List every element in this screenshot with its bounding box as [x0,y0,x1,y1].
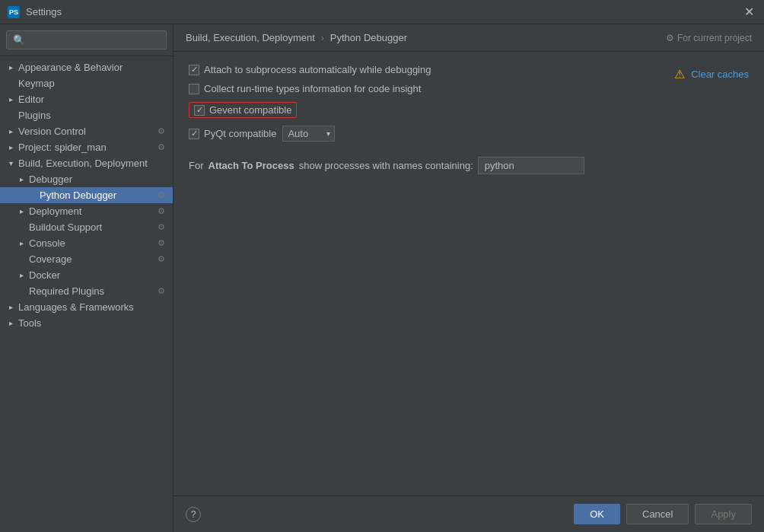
attach-subprocess-check [189,65,199,75]
attach-bold: Attach To Process [209,160,294,171]
pyqt-row: PyQt compatible Auto PyQt4 PyQt5 [189,126,749,142]
clear-caches-section: ⚠ Clear caches [674,67,749,81]
collect-runtime-check [189,84,199,94]
attach-subprocess-label: Attach to subprocess automatically while… [204,64,431,75]
apply-button[interactable]: Apply [695,504,752,524]
sidebar-item-label: Plugins [18,110,167,121]
sidebar-item-label: Coverage [29,253,153,265]
settings-icon: ⚙ [156,206,167,217]
ok-button[interactable]: OK [574,504,620,524]
settings-icon: ⚙ [156,286,167,297]
sidebar-item-label: Tools [18,317,167,329]
sidebar-item-label: Editor [18,94,167,105]
settings-icon: ⚙ [156,222,167,233]
sidebar-item-label: Console [29,237,153,249]
clear-caches-button[interactable]: Clear caches [691,68,749,80]
sidebar-item-python-debugger[interactable]: Python Debugger⚙ [0,187,173,203]
nav-arrow-icon [17,207,26,216]
cancel-button[interactable]: Cancel [626,504,689,524]
collect-runtime-checkbox[interactable]: Collect run-time types information for c… [189,83,421,94]
sidebar-item-version-control[interactable]: Version Control⚙ [0,123,173,139]
nav-arrow-icon [6,319,15,328]
content-area: Build, Execution, Deployment › Python De… [173,24,764,532]
gevent-check [194,105,205,116]
attach-suffix: show processes with names containing: [299,160,473,171]
nav-arrow-icon [6,143,15,152]
pyqt-select[interactable]: Auto PyQt4 PyQt5 [282,126,335,142]
sidebar-item-label: Docker [29,269,167,281]
nav-arrow-icon [17,175,26,184]
pyqt-label: PyQt compatible [204,128,276,139]
sidebar-item-label: Python Debugger [40,190,153,201]
breadcrumb-bar: Build, Execution, Deployment › Python De… [173,24,764,52]
sidebar-item-keymap[interactable]: Keymap [0,75,173,91]
sidebar: Appearance & BehaviorKeymapEditorPlugins… [0,24,173,532]
attach-process-input[interactable] [478,157,584,174]
gevent-label: Gevent compatible [209,104,291,116]
settings-icon: ⚙ [156,142,167,153]
main-container: Appearance & BehaviorKeymapEditorPlugins… [0,24,764,532]
nav-tree: Appearance & BehaviorKeymapEditorPlugins… [0,56,173,532]
sidebar-item-label: Debugger [29,174,167,185]
sidebar-item-coverage[interactable]: Coverage⚙ [0,251,173,267]
sidebar-item-appearance[interactable]: Appearance & Behavior [0,59,173,75]
settings-icon: ⚙ [156,238,167,249]
sidebar-item-project[interactable]: Project: spider_man⚙ [0,139,173,155]
sidebar-item-buildout-support[interactable]: Buildout Support⚙ [0,219,173,235]
help-button[interactable]: ? [186,507,201,522]
attach-process-row: For Attach To Process show processes wit… [189,157,749,174]
sidebar-item-label: Keymap [18,78,167,89]
sidebar-item-label: Build, Execution, Deployment [18,158,167,169]
sidebar-item-required-plugins[interactable]: Required Plugins⚙ [0,283,173,299]
attach-subprocess-row: Attach to subprocess automatically while… [189,64,674,75]
window-title: Settings [26,6,62,18]
nav-arrow-icon [6,127,15,136]
pyqt-check [189,129,199,139]
sidebar-item-editor[interactable]: Editor [0,91,173,107]
nav-arrow-icon [6,159,15,168]
bottom-bar: ? OK Cancel Apply [173,495,764,532]
settings-icon: ⚙ [156,254,167,265]
search-container [0,24,173,56]
attach-prefix: For [189,160,204,171]
project-tag-label: For current project [677,33,752,43]
sidebar-item-label: Buildout Support [29,221,153,233]
nav-arrow-icon [6,303,15,312]
pyqt-checkbox[interactable]: PyQt compatible [189,128,276,139]
app-logo: PS [8,6,20,18]
sidebar-item-label: Project: spider_man [18,142,153,153]
title-bar: PS Settings ✕ [0,0,764,24]
sidebar-item-tools[interactable]: Tools [0,315,173,331]
settings-content: ⚠ Clear caches Attach to subprocess auto… [173,52,764,495]
sidebar-item-debugger[interactable]: Debugger [0,171,173,187]
search-input[interactable] [6,30,167,49]
breadcrumb-arrow: › [321,33,324,43]
gevent-checkbox[interactable]: Gevent compatible [189,102,297,118]
sidebar-item-deployment[interactable]: Deployment⚙ [0,203,173,219]
attach-subprocess-checkbox[interactable]: Attach to subprocess automatically while… [189,64,431,75]
sidebar-item-plugins[interactable]: Plugins [0,107,173,123]
sidebar-item-label: Appearance & Behavior [18,62,167,73]
gevent-row: Gevent compatible [189,102,749,118]
breadcrumb-parent: Build, Execution, Deployment [186,32,315,43]
sidebar-item-label: Version Control [18,126,153,137]
project-icon: ⚙ [666,33,674,43]
sidebar-item-label: Languages & Frameworks [18,301,167,313]
nav-arrow-icon [17,239,26,248]
nav-arrow-icon [17,271,26,280]
sidebar-item-languages[interactable]: Languages & Frameworks [0,299,173,315]
breadcrumb-current: Python Debugger [330,32,407,43]
nav-arrow-icon [6,95,15,104]
collect-runtime-label: Collect run-time types information for c… [204,83,421,94]
settings-icon: ⚙ [156,190,167,201]
close-button[interactable]: ✕ [741,5,756,20]
project-tag: ⚙ For current project [666,33,752,43]
sidebar-item-label: Required Plugins [29,285,153,297]
sidebar-item-docker[interactable]: Docker [0,267,173,283]
collect-runtime-row: Collect run-time types information for c… [189,83,749,94]
sidebar-item-console[interactable]: Console⚙ [0,235,173,251]
nav-arrow-icon [6,63,15,72]
pyqt-dropdown[interactable]: Auto PyQt4 PyQt5 [282,126,335,142]
sidebar-item-label: Deployment [29,205,153,217]
sidebar-item-build[interactable]: Build, Execution, Deployment [0,155,173,171]
